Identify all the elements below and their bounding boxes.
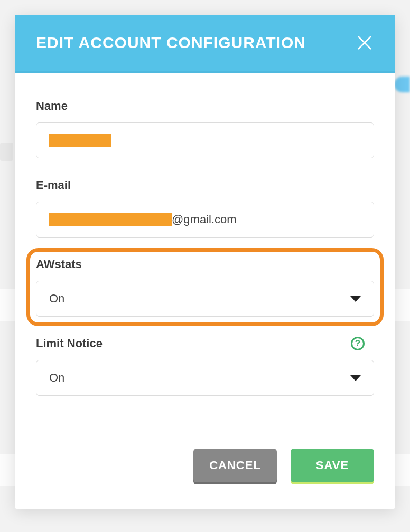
edit-account-modal: EDIT ACCOUNT CONFIGURATION Name E-mail @… [15,15,395,509]
modal-title: EDIT ACCOUNT CONFIGURATION [36,34,306,52]
background-decor [394,77,410,92]
limit-notice-group: Limit Notice ? On [36,337,374,396]
close-button[interactable] [355,33,374,52]
email-input[interactable]: @gmail.com [36,202,374,238]
cancel-button[interactable]: CANCEL [193,449,277,482]
email-label: E-mail [36,178,374,192]
redacted-name-value [49,134,111,147]
limit-notice-select[interactable]: On [36,360,374,396]
awstats-label: AWstats [36,258,374,271]
save-button[interactable]: SAVE [291,449,374,482]
redacted-email-value [49,213,172,226]
modal-footer: CANCEL SAVE [15,449,395,509]
name-label: Name [36,99,374,113]
chevron-down-icon [350,296,361,302]
awstats-group: AWstats On [36,258,374,317]
limit-notice-label: Limit Notice [36,337,102,350]
background-decor [0,142,13,161]
modal-header: EDIT ACCOUNT CONFIGURATION [15,15,395,73]
awstats-select[interactable]: On [36,281,374,317]
help-icon[interactable]: ? [351,337,365,350]
chevron-down-icon [350,375,361,381]
close-icon [357,35,372,51]
awstats-value: On [49,292,64,306]
email-group: E-mail @gmail.com [36,178,374,238]
email-suffix: @gmail.com [172,213,237,226]
modal-body: Name E-mail @gmail.com AWstats On Limit … [15,73,395,449]
limit-notice-value: On [49,371,64,385]
name-group: Name [36,99,374,158]
name-input[interactable] [36,122,374,158]
